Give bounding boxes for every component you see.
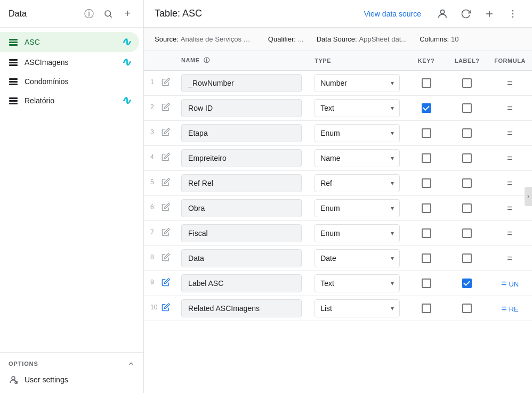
type-select-2[interactable]: Enum▾ xyxy=(315,124,400,142)
edit-icon-row-5[interactable] xyxy=(162,204,170,213)
field-name-6[interactable]: Fiscal xyxy=(181,224,302,242)
formula-eq-7[interactable]: = xyxy=(507,253,513,264)
formula-eq-8[interactable]: = xyxy=(501,278,507,289)
meta-source: Source: Análise de Serviços Cont... xyxy=(155,35,255,43)
key-checkbox-6[interactable] xyxy=(422,228,431,238)
search-icon[interactable] xyxy=(101,6,116,21)
key-checkbox-5[interactable] xyxy=(422,203,431,213)
formula-eq-9[interactable]: = xyxy=(501,303,507,314)
edit-icon-row-1[interactable] xyxy=(162,104,170,113)
key-checkbox-2[interactable] xyxy=(422,128,431,138)
formula-eq-6[interactable]: = xyxy=(507,228,513,239)
chevron-right-icon xyxy=(526,194,531,199)
label-checkbox-9[interactable] xyxy=(462,304,472,313)
account-icon-button[interactable] xyxy=(434,5,451,22)
formula-eq-0[interactable]: = xyxy=(507,78,513,88)
label-checkbox-0[interactable] xyxy=(462,78,472,88)
type-select-6[interactable]: Enum▾ xyxy=(315,224,400,242)
label-checkbox-4[interactable] xyxy=(462,178,472,188)
type-select-5[interactable]: Enum▾ xyxy=(315,199,400,217)
field-name-cell-6: Fiscal xyxy=(175,221,308,246)
key-cell-4 xyxy=(406,171,446,196)
edit-icon-row-2[interactable] xyxy=(162,129,170,138)
formula-eq-4[interactable]: = xyxy=(507,178,513,189)
sidebar-item-condominios[interactable]: Condomínios xyxy=(0,72,139,91)
formula-eq-5[interactable]: = xyxy=(507,203,513,214)
right-collapse-handle[interactable] xyxy=(525,187,532,206)
add-column-button[interactable] xyxy=(481,5,498,22)
key-checkbox-8[interactable] xyxy=(422,279,431,288)
key-checkbox-3[interactable] xyxy=(422,153,431,163)
edit-icon-row-0[interactable] xyxy=(162,79,170,88)
type-select-3[interactable]: Name▾ xyxy=(315,149,400,167)
type-value-4: Ref xyxy=(320,179,332,187)
formula-eq-1[interactable]: = xyxy=(507,103,513,113)
label-checkbox-1[interactable] xyxy=(462,103,472,113)
row-number-2: 2 xyxy=(144,96,159,121)
key-checkbox-0[interactable] xyxy=(422,78,431,88)
edit-cell-1 xyxy=(159,96,175,121)
edit-cell-9 xyxy=(159,296,175,321)
edit-cell-8 xyxy=(159,271,175,296)
sidebar-item-relatorio[interactable]: Relatório ∿ xyxy=(0,91,139,111)
edit-icon-row-8[interactable] xyxy=(162,279,170,288)
label-checkbox-3[interactable] xyxy=(462,153,472,163)
key-checkbox-4[interactable] xyxy=(422,178,431,188)
field-name-5[interactable]: Obra xyxy=(181,199,302,217)
meta-columns: Columns: 10 xyxy=(420,35,458,43)
sidebar-item-ascimagens[interactable]: ASCImagens ∿ xyxy=(0,52,139,72)
svg-line-1 xyxy=(110,15,111,17)
formula-eq-3[interactable]: = xyxy=(507,153,513,163)
type-select-8[interactable]: Text▾ xyxy=(315,274,400,292)
add-icon[interactable]: + xyxy=(120,6,135,21)
view-data-source-button[interactable]: View data source xyxy=(358,6,428,21)
name-info-icon[interactable]: ⓘ xyxy=(204,57,210,63)
key-checkbox-1[interactable] xyxy=(422,103,431,113)
type-select-1[interactable]: Text▾ xyxy=(315,99,400,117)
options-collapse-icon[interactable] xyxy=(127,360,135,367)
field-name-2[interactable]: Etapa xyxy=(181,124,302,142)
user-settings-item[interactable]: User settings xyxy=(0,371,143,389)
label-cell-8 xyxy=(446,271,488,296)
more-options-button[interactable] xyxy=(504,5,521,22)
table-icon-asc xyxy=(9,37,18,47)
edit-icon-row-7[interactable] xyxy=(162,254,170,263)
type-value-2: Enum xyxy=(320,129,340,137)
chevron-down-icon: ▾ xyxy=(391,154,394,162)
field-name-0[interactable]: _RowNumber xyxy=(181,74,302,92)
col-header-edit xyxy=(159,51,175,70)
label-checkbox-5[interactable] xyxy=(462,203,472,213)
type-select-0[interactable]: Number▾ xyxy=(315,74,400,92)
sidebar-nav: ASC ∿ + ⋮ ASCImagens ∿ Condomínios xyxy=(0,28,143,352)
key-checkbox-7[interactable] xyxy=(422,253,431,263)
info-icon[interactable]: ⓘ xyxy=(82,6,96,21)
type-select-4[interactable]: Ref▾ xyxy=(315,174,400,192)
field-name-8[interactable]: Label ASC xyxy=(181,274,302,292)
field-name-cell-5: Obra xyxy=(175,196,308,221)
edit-icon-row-9[interactable] xyxy=(162,304,170,313)
key-cell-7 xyxy=(406,246,446,271)
key-checkbox-9[interactable] xyxy=(422,304,431,313)
formula-value-9: RE xyxy=(509,305,519,313)
formula-eq-2[interactable]: = xyxy=(507,128,513,138)
field-name-3[interactable]: Empreiteiro xyxy=(181,149,302,167)
field-name-1[interactable]: Row ID xyxy=(181,99,302,117)
sidebar-item-asc[interactable]: ASC ∿ + ⋮ xyxy=(0,32,139,52)
label-checkbox-8[interactable] xyxy=(462,279,472,288)
refresh-icon-button[interactable] xyxy=(457,5,474,22)
type-select-9[interactable]: List▾ xyxy=(315,299,400,317)
edit-icon-row-4[interactable] xyxy=(162,179,170,188)
field-name-4[interactable]: Ref Rel xyxy=(181,174,302,192)
label-checkbox-2[interactable] xyxy=(462,128,472,138)
field-name-9[interactable]: Related ASCImagens xyxy=(181,299,302,317)
edit-icon-row-6[interactable] xyxy=(162,229,170,238)
type-value-0: Number xyxy=(320,79,347,87)
key-cell-2 xyxy=(406,121,446,146)
field-name-7[interactable]: Data xyxy=(181,249,302,267)
label-checkbox-7[interactable] xyxy=(462,253,472,263)
label-checkbox-6[interactable] xyxy=(462,228,472,238)
edit-icon-row-3[interactable] xyxy=(162,154,170,163)
table-row: 2Row IDText▾= xyxy=(144,96,532,121)
formula-cell-6: = xyxy=(488,221,532,246)
type-select-7[interactable]: Date▾ xyxy=(315,249,400,267)
